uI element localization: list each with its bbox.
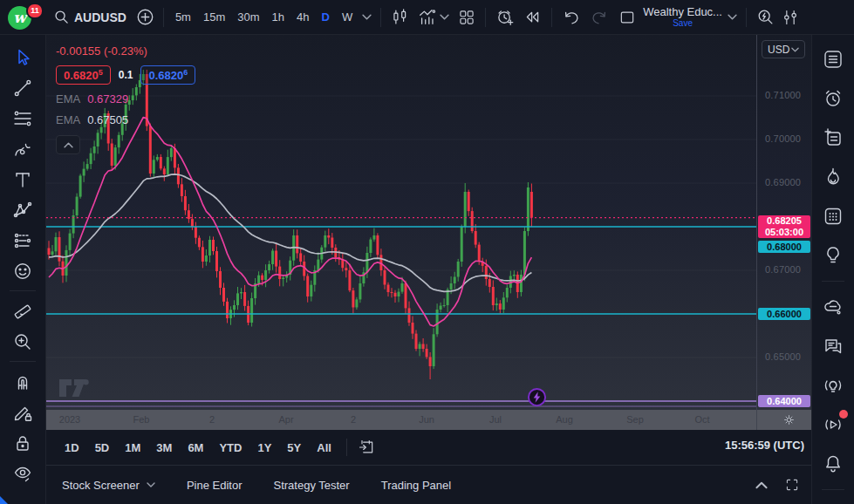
notifications-button[interactable] <box>817 448 849 480</box>
forecast-tool-button[interactable] <box>6 225 39 255</box>
axis-settings-button[interactable] <box>782 413 796 426</box>
zoom-in-tool-button[interactable] <box>6 326 39 357</box>
trend-line-tool-button[interactable] <box>6 72 39 103</box>
watchlist-button[interactable] <box>817 44 849 75</box>
ema-fast-legend[interactable]: EMA 0.67329 <box>56 92 195 106</box>
alerts-button[interactable] <box>817 83 849 114</box>
layout-grid-button[interactable] <box>454 5 480 30</box>
panel-tab-pine-editor[interactable]: Pine Editor <box>187 479 243 492</box>
symbol-search-button[interactable]: AUDUSD <box>48 5 133 30</box>
forecast-icon <box>12 230 33 251</box>
undo-button[interactable] <box>557 5 585 30</box>
bar-replay-button[interactable] <box>519 5 546 30</box>
tradingview-logo[interactable]: w 11 <box>8 3 41 31</box>
range-1m[interactable]: 1M <box>117 439 148 457</box>
time-tick: Aug <box>556 414 573 425</box>
minds-button[interactable] <box>817 291 849 323</box>
eye-hide-icon <box>12 463 33 484</box>
legend-collapse-button[interactable] <box>56 135 80 154</box>
panel-maximize-button[interactable] <box>785 478 799 492</box>
panel-tab-stock-screener[interactable]: Stock Screener <box>62 479 155 492</box>
quick-search-button[interactable] <box>752 5 780 30</box>
replay-rewind-icon <box>523 8 542 26</box>
chat-button[interactable] <box>817 330 849 362</box>
ideas-button[interactable] <box>817 240 849 271</box>
range-3m[interactable]: 3M <box>148 439 180 457</box>
chart-pane[interactable]: -0.00155 (-0.23%) 0.68205 0.1 0.68206 EM… <box>46 35 811 410</box>
interval-5m[interactable]: 5m <box>169 6 197 29</box>
lightning-event-badge[interactable] <box>527 387 547 407</box>
layout-select-button[interactable] <box>613 5 641 30</box>
text-tool-button[interactable] <box>6 164 39 194</box>
live-ideas-button[interactable] <box>817 370 849 401</box>
range-5d[interactable]: 5D <box>87 439 118 457</box>
settings-sliders-icon <box>782 8 799 27</box>
interval-group: 5m15m30m1h4hDW <box>169 6 359 29</box>
hotlists-button[interactable] <box>817 161 849 193</box>
chart-style-button[interactable] <box>386 5 413 30</box>
notification-count-badge: 11 <box>26 3 44 19</box>
interval-1h[interactable]: 1h <box>266 6 290 29</box>
layout-name-label: Wealthy Educ... <box>643 6 722 17</box>
interval-W[interactable]: W <box>336 6 359 29</box>
range-1y[interactable]: 1Y <box>249 439 279 457</box>
redo-button[interactable] <box>585 5 613 30</box>
layout-menu-button[interactable] <box>724 5 741 30</box>
range-ytd[interactable]: YTD <box>211 439 249 457</box>
chart-properties-button[interactable] <box>780 5 801 30</box>
zoom-in-icon <box>12 331 33 352</box>
layout-name-button[interactable]: Wealthy Educ... Save <box>643 6 722 29</box>
time-tick: Sep <box>626 414 644 425</box>
chevron-down-icon <box>728 14 737 20</box>
measure-tool-button[interactable] <box>6 296 39 326</box>
chat-bubbles-icon <box>822 335 844 358</box>
clock-utc-label[interactable]: 15:56:59 (UTC) <box>725 439 804 452</box>
panel-tab-trading-panel[interactable]: Trading Panel <box>381 479 451 492</box>
streams-button[interactable] <box>817 409 849 440</box>
ask-price-box[interactable]: 0.68206 <box>140 65 195 85</box>
panel-collapse-button[interactable] <box>755 481 768 489</box>
range-5y[interactable]: 5Y <box>279 439 309 457</box>
bid-price-box[interactable]: 0.68205 <box>56 65 111 85</box>
panel-tab-strategy-tester[interactable]: Strategy Tester <box>273 479 349 492</box>
chevron-down-icon[interactable] <box>440 14 449 20</box>
stay-drawing-mode-button[interactable] <box>6 397 39 427</box>
toolbar-separator <box>163 8 164 27</box>
chevron-down-icon <box>791 47 799 52</box>
brush-tool-button[interactable] <box>6 133 39 164</box>
create-alert-button[interactable] <box>491 5 519 30</box>
save-layout-link[interactable]: Save <box>673 17 693 29</box>
interval-15m[interactable]: 15m <box>197 6 231 29</box>
watchlist-icon <box>822 48 844 71</box>
indicators-icon <box>418 8 437 27</box>
emoji-tool-button[interactable] <box>6 255 39 286</box>
interval-30m[interactable]: 30m <box>231 6 265 29</box>
magnet-mode-button[interactable] <box>6 366 39 397</box>
pattern-tool-button[interactable] <box>6 194 39 225</box>
time-axis[interactable]: 2023Feb2Apr2JunJulAugSepOct <box>46 410 811 430</box>
lock-all-drawings-button[interactable] <box>6 427 39 458</box>
emoji-icon <box>12 261 33 282</box>
level-price-label: 0.68000 <box>758 241 810 253</box>
range-all[interactable]: All <box>309 439 339 457</box>
price-axis[interactable]: USD 0.710000.700000.690000.670000.65000 … <box>756 35 811 410</box>
fib-retracement-tool-button[interactable] <box>6 103 39 133</box>
goto-date-button[interactable] <box>354 437 379 458</box>
ema-slow-legend[interactable]: EMA 0.67505 <box>56 113 195 126</box>
compare-add-button[interactable] <box>133 5 158 30</box>
more-panel-button[interactable] <box>817 500 849 504</box>
cursor-tool-button[interactable] <box>6 42 39 72</box>
indicators-button[interactable] <box>413 5 454 30</box>
hide-all-drawings-button[interactable] <box>6 458 39 488</box>
news-button[interactable] <box>817 122 849 153</box>
currency-selector[interactable]: USD <box>762 40 805 58</box>
range-6m[interactable]: 6M <box>180 439 211 457</box>
interval-D[interactable]: D <box>315 6 335 29</box>
top-toolbar: w 11 AUDUSD 5m15m30m1h4hDW Wealthy Educ.… <box>0 0 854 35</box>
calendar-button[interactable] <box>817 201 849 232</box>
interval-4h[interactable]: 4h <box>290 6 315 29</box>
right-sidebar <box>811 35 854 504</box>
range-1d[interactable]: 1D <box>57 439 87 457</box>
interval-menu-button[interactable] <box>359 5 375 30</box>
toolbar-divider <box>10 290 36 291</box>
